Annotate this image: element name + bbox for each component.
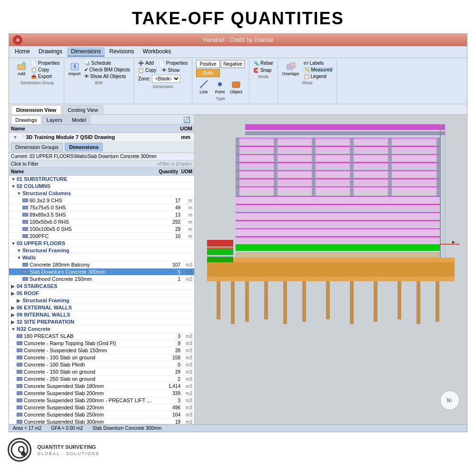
check-bim-icon: ✔	[84, 67, 88, 72]
tree-item[interactable]: ▶ 06 EXTERNAL WALLS	[9, 304, 194, 311]
tree-item[interactable]: Concrete - 100 Slab Plinth 0 m3	[9, 361, 194, 368]
show-all-label: Show All Objects	[90, 74, 126, 79]
dim-group-tabs: Dimension Groups Dimensions	[9, 142, 194, 153]
tree-item[interactable]: Concrete Suspended Slab 180mm 1,414 m3	[9, 383, 194, 390]
expand-icon: ▶	[11, 319, 17, 325]
tree-item[interactable]: 75x75x5.0 SHS 49 m	[9, 204, 194, 211]
import-button[interactable]: ⬇ Import	[67, 60, 82, 77]
filter-label[interactable]: Click to Filter	[11, 161, 39, 167]
tree-item[interactable]: ▶ 05 ROOF	[9, 290, 194, 297]
tree-item-uom: m	[180, 205, 192, 210]
type-both-btn[interactable]: Both	[196, 69, 220, 77]
measured-btn[interactable]: 📏 Measured	[303, 67, 334, 73]
panel-tab-layers[interactable]: Layers	[42, 116, 67, 124]
tree-item[interactable]: ▼ 03 UPPER FLOORS	[9, 240, 194, 247]
overlaps-btn[interactable]: Overlaps	[281, 60, 301, 79]
tree-item-qty: 104	[154, 412, 180, 417]
tree-item[interactable]: Sunhood Concrete 150mm 1 m2	[9, 276, 194, 283]
object-icon	[231, 79, 241, 89]
overlaps-label: Overlaps	[282, 71, 299, 76]
tree-item[interactable]: Concrete - Ramp Topping Slab (Gnd Fl) 9 …	[9, 340, 194, 347]
tree-item[interactable]: ▶ 04 STAIRCASES	[9, 283, 194, 290]
tree-item[interactable]: Concrete Suspended Slab 300mm 19 m3	[9, 418, 194, 424]
zone-row: Zone: <Blank>	[137, 74, 188, 83]
panel-tab-model[interactable]: Model	[68, 116, 90, 124]
tree-item[interactable]: ▼ 02 COLUMNS	[9, 183, 194, 190]
line-btn[interactable]: Line	[196, 78, 211, 95]
panel-tab-drawings[interactable]: Drawings	[11, 116, 41, 124]
drawing-item[interactable]: ▼ 📄 3D Training Module 7 QSID Drawing mm	[9, 133, 194, 142]
tree-item[interactable]: Slab Downturn Concrete 300mm 5 m3	[9, 268, 194, 276]
menu-workbooks[interactable]: Workbooks	[139, 47, 175, 57]
svg-rect-64	[207, 257, 233, 262]
filter-bar: Click to Filter <Filter is Empty>	[9, 160, 194, 168]
dim-copy-row[interactable]: 📋 Copy 👁 Show	[137, 67, 188, 73]
dim-tab-dimensions[interactable]: Dimensions	[65, 143, 103, 151]
show-all-row[interactable]: 👁 Show All Objects	[83, 73, 131, 79]
tree-item[interactable]: Concrete - 100 Slab on ground 158 m3	[9, 354, 194, 361]
rebar-btn[interactable]: 🔩 Rebar	[252, 60, 274, 66]
snap-btn[interactable]: 🧲 Snap	[252, 67, 272, 73]
point-btn[interactable]: Point	[212, 78, 228, 95]
tree-item[interactable]: ▶ 32 SITE PREPARATION	[9, 318, 194, 326]
svg-rect-31	[312, 138, 316, 199]
type-positive-btn[interactable]: Positive	[196, 60, 220, 68]
svg-rect-33	[388, 138, 392, 199]
tree-item[interactable]: 60.3x2.9 CHS 17 m	[9, 197, 194, 204]
tree-item[interactable]: Concrete 180mm Balcony 107 m3	[9, 261, 194, 268]
tree-item[interactable]: ▶ Structural Framing	[9, 297, 194, 304]
tree-item[interactable]: ▼ Structural Framing	[9, 247, 194, 254]
legend-btn[interactable]: 📋 Legend	[303, 73, 334, 79]
menu-revisions[interactable]: Revisions	[106, 47, 138, 57]
type-negative-btn[interactable]: Negative	[221, 60, 245, 68]
point-label: Point	[215, 89, 225, 94]
close-button[interactable]: ✕	[13, 35, 22, 45]
ribbon-group-label-type: Type	[216, 96, 225, 101]
svg-rect-52	[231, 281, 235, 324]
app-title: Handrail - CostX by Exactal	[203, 37, 273, 43]
tree-item[interactable]: Concrete Suspended Slab 200mm 339 m3	[9, 390, 194, 397]
tree-item[interactable]: 100x100x5.0 SHS 29 m	[9, 226, 194, 233]
svg-rect-55	[283, 281, 287, 324]
zone-select[interactable]: <Blank>	[152, 75, 180, 83]
tree-item[interactable]: 100x50x6.0 RHS 292 m	[9, 218, 194, 226]
tree-item[interactable]: Concrete - 150 Slab on ground 29 m3	[9, 368, 194, 376]
tab-costing-view[interactable]: Costing View	[62, 105, 103, 114]
tree-item[interactable]: Concrete Suspended Slab 200mm - PRECAST …	[9, 397, 194, 404]
tree-item[interactable]: Concrete - 250 Slab on ground 2 m3	[9, 376, 194, 383]
tree-item[interactable]: 89x89x3.5 SHS 13 m	[9, 211, 194, 218]
tree-item[interactable]: 180 PRECAST SLAB 3 m3	[9, 333, 194, 340]
tree-item[interactable]: ▼ N32 Concrete	[9, 326, 194, 333]
dim-tab-groups[interactable]: Dimension Groups	[11, 143, 63, 151]
object-btn[interactable]: Object	[228, 78, 244, 95]
export-row[interactable]: 📤 Export	[30, 73, 61, 79]
add-button[interactable]: + Add	[14, 60, 29, 77]
labels-btn[interactable]: 🏷 Labels	[303, 60, 334, 66]
tree-item-name: Concrete - 100 Slab Plinth	[24, 362, 154, 367]
tree-item[interactable]: 200PFC 10 m	[9, 233, 194, 240]
tree-item[interactable]: ▼ Walls	[9, 254, 194, 261]
menu-drawings[interactable]: Drawings	[35, 47, 66, 57]
refresh-icon[interactable]: 🔄	[181, 116, 192, 124]
dim-add-row[interactable]: ➕ Add 📄 Properties	[137, 60, 188, 66]
tree-list[interactable]: ▼ 01 SUBSTRUCTURE ▼ 02 COLUMNS ▼ Structu…	[9, 176, 194, 424]
tree-item[interactable]: ▼ Structural Columns	[9, 190, 194, 197]
menu-home[interactable]: Home	[11, 47, 34, 57]
tree-item[interactable]: ▶ 09 INTERNAL WALLS	[9, 311, 194, 318]
tab-dimension-view[interactable]: Dimension View	[11, 105, 61, 114]
tree-item-uom: m3	[180, 334, 192, 339]
tree-item-name: N32 Concrete	[17, 326, 154, 332]
properties-label: Properties	[38, 60, 60, 66]
schedule-row[interactable]: 📊 Schedule	[83, 60, 131, 66]
menu-dimensions[interactable]: Dimensions	[67, 47, 105, 57]
tree-item[interactable]: ▼ 01 SUBSTRUCTURE	[9, 176, 194, 183]
copy-row[interactable]: 📋 Copy	[30, 67, 61, 73]
tree-item-qty: 3	[154, 334, 180, 339]
tree-item[interactable]: Concrete Suspended Slab 250mm 104 m3	[9, 411, 194, 418]
tree-item[interactable]: Concrete Suspended Slab 220mm 496 m3	[9, 404, 194, 411]
export-label: Export	[38, 74, 52, 79]
properties-row[interactable]: 📄 Properties	[30, 60, 61, 66]
check-bim-row[interactable]: ✔ Check BIM Objects	[83, 67, 131, 73]
svg-rect-15	[236, 138, 440, 139]
tree-item[interactable]: Concrete - Suspended Slab 150mm 28 m3	[9, 347, 194, 354]
